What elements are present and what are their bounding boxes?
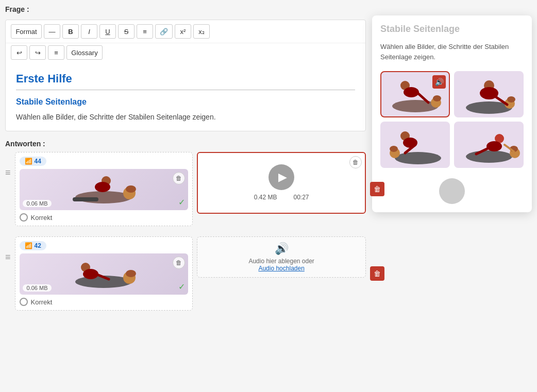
delete-btn-2[interactable]: 🗑	[173, 257, 185, 269]
video-size-1: 0.42 MB	[251, 193, 280, 201]
answer-row-2: ≡ 📶 42	[5, 236, 366, 311]
korrekt-label-1: Korrekt	[31, 214, 53, 221]
row-delete-btn-2[interactable]: 🗑	[370, 266, 384, 281]
video-meta-1: 0.42 MB 00:27	[251, 193, 312, 201]
editor-title: Erste Hilfe	[16, 72, 355, 86]
undo-button[interactable]: ↩	[11, 45, 27, 60]
audio-upload-link[interactable]: Audio hochladen	[258, 265, 304, 272]
svg-rect-3	[73, 197, 98, 201]
toolbar-row2: ↩ ↪ ≡ Glossary	[6, 43, 365, 64]
align-button[interactable]: ≡	[48, 45, 64, 60]
svg-point-34	[466, 150, 512, 163]
badge-number-1: 44	[35, 158, 41, 165]
toolbar-row1: Format — B I U S ≡ 🔗 x² x₂	[6, 20, 365, 43]
wifi-icon-2: 📶	[25, 242, 32, 249]
format-button[interactable]: Format	[11, 24, 42, 39]
right-panel-popup: Stabile Seitenlage Wählen alle Bilder, d…	[372, 15, 532, 212]
editor-content: Erste Hilfe Stabile Seitenlage Wählen al…	[6, 64, 365, 131]
editor-subtitle: Stabile Seitenlage	[16, 97, 355, 107]
check-icon-2: ✓	[178, 282, 185, 292]
list-button[interactable]: ≡	[137, 24, 153, 39]
badge-number-2: 42	[35, 242, 41, 249]
popup-image-1[interactable]: 🔊	[380, 71, 450, 117]
italic-button[interactable]: I	[81, 24, 97, 39]
popup-image-2[interactable]	[454, 71, 524, 117]
file-size-1: 0.06 MB	[23, 200, 52, 207]
drag-handle-2[interactable]: ≡	[5, 236, 11, 263]
audio-drop-text: Audio hier ablegen oder Audio hochladen	[248, 258, 314, 272]
editor-body: Wählen alle Bilder, die Schritte der Sta…	[16, 112, 355, 123]
popup-image-4[interactable]	[454, 122, 524, 168]
popup-illus-2	[458, 73, 520, 116]
audio-icon: 🔊	[275, 242, 289, 255]
editor-divider	[16, 90, 355, 90]
popup-title: Stabile Seitenlage	[380, 24, 524, 35]
editor-container: Format — B I U S ≡ 🔗 x² x₂ ↩ ↪ ≡ Glossar…	[5, 20, 366, 131]
answer-card-2-right-wrapper: 🔊 Audio hier ablegen oder Audio hochlade…	[197, 236, 366, 311]
file-size-2: 0.06 MB	[23, 284, 52, 292]
svg-point-29	[390, 146, 398, 152]
person-illustration-2	[62, 256, 145, 292]
svg-point-5	[95, 182, 110, 192]
play-button-1[interactable]: ▶	[268, 164, 294, 190]
link-button[interactable]: 🔗	[155, 24, 173, 39]
person-illustration-1	[62, 172, 145, 208]
popup-illus-4	[458, 123, 520, 167]
korrekt-label-2: Korrekt	[31, 298, 53, 306]
video-card-1[interactable]: 🗑 ▶ 0.42 MB 00:27	[197, 152, 366, 214]
svg-point-8	[126, 270, 136, 277]
glossary-button[interactable]: Glossary	[66, 45, 103, 60]
bold-button[interactable]: B	[62, 24, 79, 39]
answer-row-1: ≡ 📶 44	[5, 152, 366, 226]
redo-button[interactable]: ↪	[29, 45, 46, 60]
popup-scroll-indicator[interactable]	[439, 178, 465, 204]
image-container-2: 🗑 0.06 MB ✓	[20, 253, 189, 295]
separator-button[interactable]: —	[44, 24, 60, 39]
selected-indicator-1: 🔊	[432, 75, 446, 89]
wifi-icon-1: 📶	[25, 158, 32, 165]
popup-description: Wählen alle Bilder, die Schritte der Sta…	[380, 42, 524, 62]
badge-2: 📶 42	[20, 241, 46, 250]
answer-card-1-left: 📶 44	[15, 152, 193, 226]
video-duration-1: 00:27	[290, 193, 312, 201]
audio-card-2[interactable]: 🔊 Audio hier ablegen oder Audio hochlade…	[197, 236, 366, 278]
play-icon-1: ▶	[278, 171, 287, 184]
popup-illus-3	[384, 123, 446, 167]
drag-handle-1[interactable]: ≡	[5, 152, 11, 178]
antworten-label: Antworten :	[5, 140, 366, 148]
subscript-button[interactable]: x₂	[193, 24, 210, 39]
svg-point-22	[507, 96, 515, 103]
delete-btn-1[interactable]: 🗑	[173, 172, 185, 184]
popup-image-3[interactable]	[380, 122, 450, 168]
video-delete-btn-1[interactable]: 🗑	[349, 156, 362, 168]
korrekt-row-1: Korrekt	[20, 213, 189, 221]
answer-card-1-right-wrapper: 🗑 ▶ 0.42 MB 00:27 🗑	[197, 152, 366, 226]
popup-image-grid: 🔊	[380, 71, 524, 168]
korrekt-row-2: Korrekt	[20, 298, 189, 306]
row-delete-btn-1[interactable]: 🗑	[370, 182, 384, 196]
badge-1: 📶 44	[20, 157, 46, 166]
svg-point-38	[486, 141, 502, 151]
korrekt-radio-1[interactable]	[20, 213, 28, 221]
svg-point-17	[404, 87, 419, 97]
svg-point-27	[395, 152, 441, 164]
answer-card-2-left: 📶 42	[15, 236, 193, 311]
underline-button[interactable]: U	[99, 24, 116, 39]
korrekt-radio-2[interactable]	[20, 298, 28, 306]
check-icon-1: ✓	[178, 197, 185, 207]
frage-label: Frage :	[5, 5, 366, 13]
svg-point-15	[433, 95, 441, 101]
svg-point-2	[126, 185, 136, 193]
strikethrough-button[interactable]: S	[118, 24, 135, 39]
superscript-button[interactable]: x²	[175, 24, 191, 39]
image-container-1: 🗑 0.06 MB ✓	[20, 169, 189, 210]
